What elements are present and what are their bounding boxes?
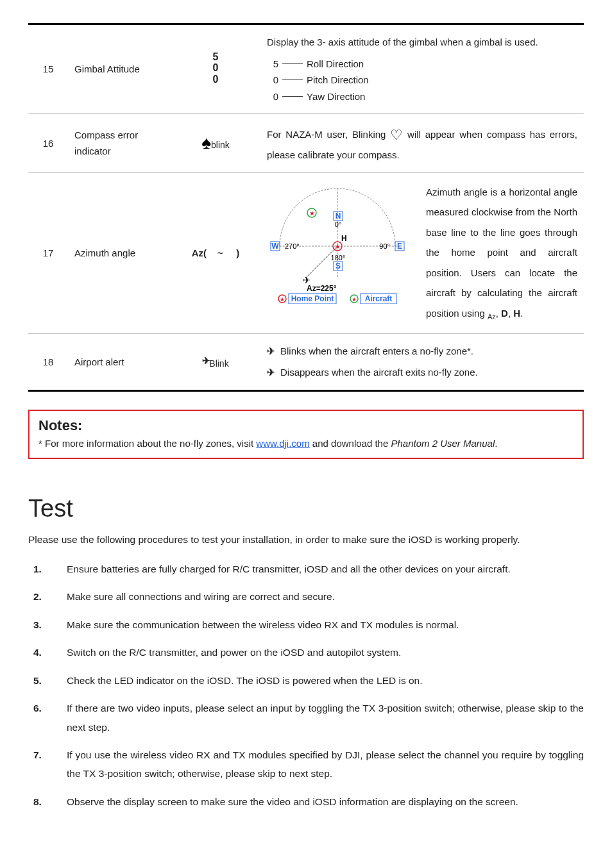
section-heading-test: Test <box>28 495 584 522</box>
svg-text:S: S <box>336 262 341 271</box>
line-icon <box>282 79 303 80</box>
notes-text: * For more information about the no-fly … <box>38 438 574 449</box>
desc-text: Disappears when the aircraft exits no-fl… <box>280 364 478 381</box>
axis-lead: 0 <box>267 88 278 105</box>
list-item: 5.Check the LED indicator on the iOSD. T… <box>28 671 584 690</box>
svg-text:0°: 0° <box>335 221 342 228</box>
desc-text: Blinks when the aircraft enters a no-fly… <box>280 343 473 360</box>
notes-pre: * For more information about the no-fly … <box>38 438 256 449</box>
airplane-icon: ✈ <box>267 364 274 381</box>
row-description: For NAZA-M user, Blinking ♡ will appear … <box>260 114 584 173</box>
svg-text:N: N <box>336 212 341 221</box>
list-item: 7.If you use the wireless video RX and T… <box>28 746 584 783</box>
desc-title: Display the 3- axis attitude of the gimb… <box>267 34 577 51</box>
axis-value: 0 <box>213 74 219 85</box>
row-name: Gimbal Attitude <box>68 24 171 114</box>
axis-value: 5 <box>213 51 219 62</box>
axis-label: Pitch Direction <box>307 72 369 88</box>
azimuth-description: Azimuth angle is a horizontal angle meas… <box>426 182 577 324</box>
row-number: 16 <box>28 114 68 173</box>
axis-value: 0 <box>213 62 219 73</box>
line-icon <box>282 96 303 97</box>
desc-text: please calibrate your compass. <box>267 149 400 160</box>
row-number: 15 <box>28 24 68 114</box>
svg-text:Aircraft: Aircraft <box>365 294 393 303</box>
table-row: 15 Gimbal Attitude 5 0 0 Display the 3- … <box>28 24 584 114</box>
row-number: 17 <box>28 172 68 333</box>
table-row: 18 Airport alert ✈Blink ✈ Blinks when th… <box>28 333 584 390</box>
document-page: 15 Gimbal Attitude 5 0 0 Display the 3- … <box>0 0 612 846</box>
svg-text:W: W <box>271 242 279 251</box>
airplane-icon: ✈ <box>202 353 209 369</box>
list-item: 4.Switch on the R/C transmitter, and pow… <box>28 643 584 662</box>
svg-text:★: ★ <box>352 296 357 303</box>
blink-label: blink <box>211 140 230 150</box>
row-icon: 5 0 0 <box>171 24 260 114</box>
svg-text:H: H <box>341 234 347 243</box>
table-row: 16 Compass error indicator ♠blink For NA… <box>28 114 584 173</box>
svg-text:★: ★ <box>335 243 341 250</box>
list-item: 3.Make sure the communication between th… <box>28 615 584 634</box>
svg-text:180°: 180° <box>331 254 346 262</box>
dji-link[interactable]: www.dji.com <box>256 438 309 449</box>
list-item: 1.Ensure batteries are fully charged for… <box>28 560 584 578</box>
azimuth-diagram: ★ ★ ✈ N 0° S <box>267 182 408 309</box>
airplane-icon: ✈ <box>267 343 274 360</box>
svg-text:270°: 270° <box>285 242 300 250</box>
axis-label: Yaw Direction <box>307 88 365 105</box>
notes-post: . <box>495 438 497 449</box>
svg-text:90°: 90° <box>379 242 390 250</box>
desc-text: will appear when compass has errors, <box>407 129 577 140</box>
row-number: 18 <box>28 333 68 390</box>
svg-text:E: E <box>397 242 402 251</box>
desc-text: For NAZA-M user, Blinking <box>267 129 386 140</box>
blink-label: Blink <box>209 358 228 369</box>
svg-text:★: ★ <box>280 296 285 303</box>
test-steps-list: 1.Ensure batteries are fully charged for… <box>28 560 584 811</box>
axis-lead: 0 <box>267 72 278 88</box>
row-name: Airport alert <box>68 333 171 390</box>
row-icon: ♠blink <box>171 114 260 173</box>
list-item: 8.Observe the display screen to make sur… <box>28 792 584 811</box>
axis-lead: 5 <box>267 56 278 72</box>
test-intro: Please use the following procedures to t… <box>28 534 584 546</box>
row-icon: Az( ~ ) <box>171 172 260 333</box>
row-name: Azimuth angle <box>68 172 171 333</box>
desc-text: Azimuth angle is a horizontal angle meas… <box>426 187 577 319</box>
line-icon <box>282 63 303 64</box>
notes-title: Notes: <box>38 417 574 434</box>
row-icon: ✈Blink <box>171 333 260 390</box>
spade-icon: ♠ <box>201 134 211 152</box>
row-description: Display the 3- axis attitude of the gimb… <box>260 24 584 114</box>
heart-outline-icon: ♡ <box>390 123 403 147</box>
row-description: ★ ★ ✈ N 0° S <box>260 172 584 333</box>
svg-text:Home Point: Home Point <box>291 294 334 303</box>
list-item: 2.Make sure all connections and wiring a… <box>28 587 584 606</box>
axis-label: Roll Direction <box>307 56 364 72</box>
azimuth-formula: Az, D, H. <box>488 308 523 319</box>
row-description: ✈ Blinks when the aircraft enters a no-f… <box>260 333 584 390</box>
notes-box: Notes: * For more information about the … <box>28 410 584 459</box>
spec-table: 15 Gimbal Attitude 5 0 0 Display the 3- … <box>28 23 584 392</box>
svg-text:★: ★ <box>309 210 315 217</box>
notes-ital: Phantom 2 User Manual <box>391 438 495 449</box>
svg-line-2 <box>305 246 337 278</box>
svg-text:Az=225°: Az=225° <box>307 284 337 293</box>
list-item: 6.If there are two video inputs, please … <box>28 699 584 737</box>
table-row: 17 Azimuth angle Az( ~ ) <box>28 172 584 333</box>
notes-mid: and download the <box>310 438 391 449</box>
row-name: Compass error indicator <box>68 114 171 173</box>
